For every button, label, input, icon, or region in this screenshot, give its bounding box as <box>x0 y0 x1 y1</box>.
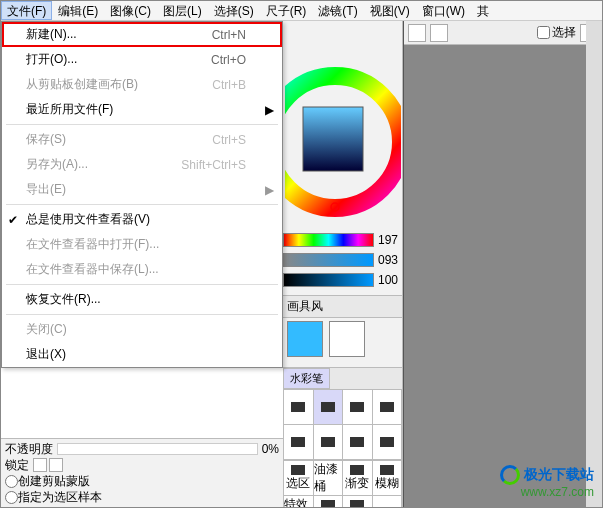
svg-rect-1 <box>303 107 363 171</box>
select-checkbox[interactable]: 选择 <box>537 24 576 41</box>
slider-value: 093 <box>374 253 398 267</box>
side-panel: 197093100 画具风 水彩笔 选区油漆桶渐变模糊特效笔散布涂抹 <box>283 21 403 507</box>
toolbar-button-2[interactable] <box>430 24 448 42</box>
watermark: 极光下载站 www.xz7.com <box>500 465 594 499</box>
color-wheel-panel <box>283 47 402 227</box>
brush-tool[interactable] <box>373 390 402 424</box>
brush-tab[interactable]: 水彩笔 <box>283 368 330 389</box>
color-slider[interactable] <box>283 253 374 267</box>
file-menu-item: 关闭(C) <box>2 317 282 342</box>
lock-button-1[interactable] <box>33 458 47 472</box>
color-swatch[interactable] <box>329 321 365 357</box>
lock-button-2[interactable] <box>49 458 63 472</box>
color-slider[interactable] <box>283 233 374 247</box>
file-menu-item[interactable]: 最近所用文件(F)▶ <box>2 97 282 122</box>
brush-tool-named[interactable]: 模糊 <box>373 461 402 495</box>
color-wheel[interactable] <box>285 47 401 217</box>
menu-文件(F)[interactable]: 文件(F) <box>1 1 52 20</box>
file-menu-item: 在文件查看器中打开(F)... <box>2 232 282 257</box>
slider-value: 197 <box>374 233 398 247</box>
color-sliders: 197093100 <box>283 231 398 291</box>
brush-tool-named[interactable]: 特效笔 <box>284 496 313 508</box>
slider-value: 100 <box>374 273 398 287</box>
brush-tabs: 水彩笔 <box>283 367 402 389</box>
brush-panel-label: 画具风 <box>283 295 402 318</box>
brush-tool[interactable] <box>314 425 343 459</box>
brush-tool[interactable] <box>284 425 313 459</box>
menu-滤镜(T)[interactable]: 滤镜(T) <box>312 1 363 20</box>
watermark-url: www.xz7.com <box>500 485 594 499</box>
clip-mask-radio[interactable] <box>5 475 18 488</box>
selection-sample-label: 指定为选区样本 <box>18 489 102 506</box>
menu-视图(V)[interactable]: 视图(V) <box>364 1 416 20</box>
color-slider[interactable] <box>283 273 374 287</box>
layer-options-panel: 不透明度 0% 锁定 创建剪贴蒙版 指定为选区样本 <box>1 438 283 507</box>
canvas-toolbar: 选择 <box>404 21 602 45</box>
brush-tool[interactable] <box>284 390 313 424</box>
brush-tool-named[interactable]: 散布 <box>314 496 343 508</box>
opacity-label: 不透明度 <box>5 441 53 458</box>
opacity-value: 0% <box>262 442 279 456</box>
brush-icon-grid <box>283 389 402 460</box>
chevron-right-icon: ▶ <box>265 183 274 197</box>
opacity-slider[interactable] <box>57 443 258 455</box>
brush-tool[interactable] <box>314 390 343 424</box>
menu-编辑(E)[interactable]: 编辑(E) <box>52 1 104 20</box>
menu-选择(S)[interactable]: 选择(S) <box>208 1 260 20</box>
menu-其[interactable]: 其 <box>471 1 495 20</box>
brush-tool[interactable] <box>343 425 372 459</box>
color-swatch[interactable] <box>287 321 323 357</box>
color-swatches <box>287 317 398 361</box>
select-checkbox-input[interactable] <box>537 26 550 39</box>
brush-tool-named[interactable]: 涂抹 <box>343 496 372 508</box>
file-menu-item[interactable]: 恢复文件(R)... <box>2 287 282 312</box>
canvas-area[interactable]: 选择 <box>403 21 602 507</box>
brush-tool[interactable] <box>373 425 402 459</box>
menu-图像(C)[interactable]: 图像(C) <box>104 1 157 20</box>
brush-area: 水彩笔 选区油漆桶渐变模糊特效笔散布涂抹 <box>283 367 402 508</box>
brush-tool[interactable] <box>343 390 372 424</box>
file-menu-item: 保存(S)Ctrl+S <box>2 127 282 152</box>
chevron-right-icon: ▶ <box>265 103 274 117</box>
brush-tool-named[interactable]: 选区 <box>284 461 313 495</box>
watermark-logo-icon <box>500 465 520 485</box>
file-menu-item: 从剪贴板创建画布(B)Ctrl+B <box>2 72 282 97</box>
file-menu-item[interactable]: 退出(X) <box>2 342 282 367</box>
brush-tool-named[interactable]: 渐变 <box>343 461 372 495</box>
file-menu-item: 导出(E)▶ <box>2 177 282 202</box>
clip-mask-label: 创建剪贴蒙版 <box>18 473 90 490</box>
selection-sample-radio[interactable] <box>5 491 18 504</box>
file-menu-item: 另存为(A)...Shift+Ctrl+S <box>2 152 282 177</box>
file-menu-item: 在文件查看器中保存(L)... <box>2 257 282 282</box>
menu-尺子(R)[interactable]: 尺子(R) <box>260 1 313 20</box>
vertical-scrollbar[interactable] <box>586 21 602 507</box>
file-menu-item[interactable]: ✔总是使用文件查看器(V) <box>2 207 282 232</box>
watermark-text: 极光下载站 <box>524 466 594 484</box>
menu-窗口(W)[interactable]: 窗口(W) <box>416 1 471 20</box>
menu-图层(L)[interactable]: 图层(L) <box>157 1 208 20</box>
brush-name-grid: 选区油漆桶渐变模糊特效笔散布涂抹 <box>283 460 402 508</box>
lock-label: 锁定 <box>5 457 29 474</box>
toolbar-button-1[interactable] <box>408 24 426 42</box>
file-menu-item[interactable]: 打开(O)...Ctrl+O <box>2 47 282 72</box>
menubar: 文件(F)编辑(E)图像(C)图层(L)选择(S)尺子(R)滤镜(T)视图(V)… <box>1 1 602 21</box>
brush-tool-named[interactable]: 油漆桶 <box>314 461 343 495</box>
file-menu-dropdown: 新建(N)...Ctrl+N打开(O)...Ctrl+O从剪贴板创建画布(B)C… <box>1 21 283 368</box>
file-menu-item[interactable]: 新建(N)...Ctrl+N <box>2 22 282 47</box>
right-area: 197093100 画具风 水彩笔 选区油漆桶渐变模糊特效笔散布涂抹 选择 <box>283 21 602 507</box>
